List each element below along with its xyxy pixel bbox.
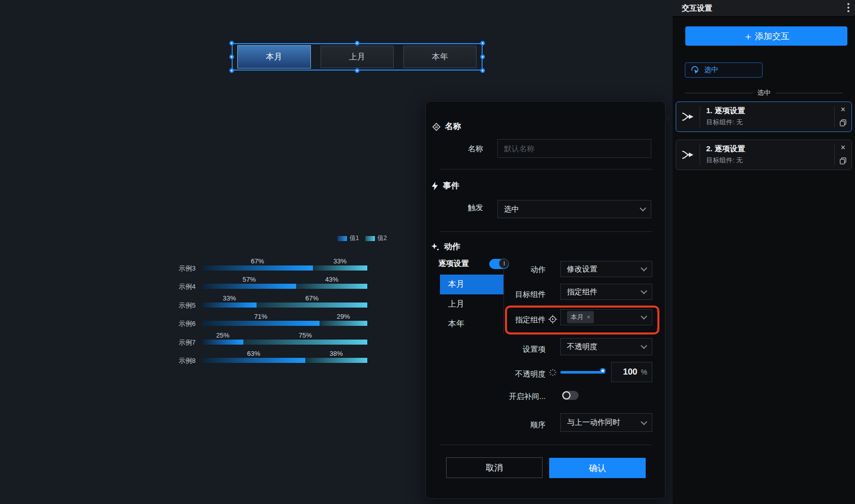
component-tag-label: 本月 [571, 313, 584, 322]
close-icon[interactable]: × [841, 144, 845, 151]
item-subtitle: 目标组件: 无 [706, 118, 834, 127]
item-subtitle: 目标组件: 无 [706, 156, 834, 165]
interaction-sidebar: 交互设置 ＋ 添加交互 选中 选中 [673, 0, 855, 504]
close-icon[interactable]: × [841, 106, 845, 113]
tab-row: 本月上月本年 [237, 43, 477, 71]
chart-row: 示例671%29% [173, 314, 367, 331]
bar-segment-value2 [243, 340, 367, 345]
bar-segment-value2 [296, 284, 367, 289]
setting-dropdown[interactable]: 不透明度 [560, 338, 652, 355]
value-label: 71% [254, 313, 267, 320]
chart-row: 示例533%67% [173, 295, 367, 313]
legend-label: 值2 [377, 234, 387, 243]
event-type-chip[interactable]: 选中 [685, 62, 763, 78]
canvas-tab[interactable]: 上月 [321, 46, 394, 68]
add-interaction-button[interactable]: ＋ 添加交互 [685, 26, 847, 46]
value-label: 67% [305, 294, 319, 302]
resize-handle-se[interactable] [481, 69, 485, 73]
action-section-header: 动作 [431, 242, 460, 252]
cancel-button[interactable]: 取消 [446, 457, 543, 478]
action-item-list: 本月上月本年 [440, 275, 504, 334]
resize-handle-s[interactable] [355, 69, 360, 73]
value-label: 25% [216, 331, 230, 339]
canvas-tab[interactable]: 本月 [237, 45, 311, 69]
order-value: 与上一动作同时 [567, 418, 620, 427]
resize-handle-n[interactable] [355, 41, 360, 46]
setting-value: 不透明度 [567, 342, 597, 352]
value-label: 33% [223, 294, 236, 302]
merge-arrow-icon [681, 149, 694, 160]
name-field-label: 名称 [426, 144, 483, 154]
event-section-title: 事件 [443, 181, 459, 191]
specify-dropdown[interactable]: 本月 × [560, 309, 652, 325]
chart-legend: 值1值2 [337, 234, 387, 243]
order-row-label: 顺序 [470, 420, 546, 430]
bar-segment-value1 [202, 321, 320, 326]
legend-swatch [365, 236, 375, 241]
copy-icon[interactable] [840, 119, 846, 126]
copy-icon[interactable] [840, 157, 846, 164]
opacity-value: 100 [623, 367, 637, 377]
target-dropdown[interactable]: 指定组件 [560, 284, 652, 300]
chevron-down-icon [641, 343, 647, 349]
action-dropdown[interactable]: 修改设置 [560, 261, 652, 277]
value-label: 67% [251, 257, 264, 265]
divider [440, 231, 652, 232]
chart-row: 示例863%38% [173, 351, 367, 368]
interaction-list-item[interactable]: 1. 逐项设置 目标组件: 无 × [676, 102, 852, 132]
chart-row: 示例725%75% [173, 332, 367, 350]
sidebar-title: 交互设置 [682, 4, 712, 13]
category-label: 示例6 [173, 319, 196, 328]
value-label: 43% [325, 276, 338, 283]
add-interaction-label: 添加交互 [755, 30, 789, 42]
name-section-header: 名称 [432, 121, 461, 132]
toggle-knob [562, 391, 571, 399]
kebab-menu-icon[interactable] [845, 3, 852, 14]
component-tag[interactable]: 本月 × [567, 311, 594, 323]
order-dropdown[interactable]: 与上一动作同时 [560, 413, 652, 432]
event-section-header: 事件 [431, 181, 459, 191]
trigger-dropdown[interactable]: 选中 [497, 200, 651, 218]
action-value: 修改设置 [567, 264, 597, 274]
setting-row-label: 设置项 [470, 345, 546, 354]
stacked-bar [202, 265, 367, 271]
chevron-down-icon [641, 265, 647, 272]
trigger-label: 触发 [426, 203, 483, 213]
chevron-down-icon [641, 288, 647, 294]
crosshair-icon[interactable] [548, 315, 557, 324]
tag-remove-icon[interactable]: × [587, 314, 590, 321]
resize-handle-nw[interactable] [230, 41, 234, 46]
canvas-tab[interactable]: 本年 [403, 46, 477, 68]
name-input[interactable] [497, 139, 651, 158]
tween-toggle[interactable] [562, 391, 579, 400]
confirm-button[interactable]: 确认 [549, 458, 646, 478]
resize-handle-sw[interactable] [230, 69, 234, 73]
resize-handle-w[interactable] [230, 55, 234, 59]
trigger-value: 选中 [504, 205, 519, 214]
legend-swatch [337, 236, 347, 241]
category-label: 示例4 [173, 282, 196, 291]
item-title: 2. 逐项设置 [706, 144, 834, 154]
category-label: 示例5 [173, 301, 196, 310]
bar-segment-value1 [202, 358, 305, 363]
bar-segment-value2 [305, 358, 367, 363]
resize-handle-e[interactable] [481, 55, 485, 59]
interaction-list-item[interactable]: 2. 逐项设置 目标组件: 无 × [676, 140, 852, 170]
opacity-value-box[interactable]: 100 % [611, 362, 652, 382]
legend-label: 值1 [350, 234, 359, 243]
value-label: 29% [337, 313, 350, 320]
per-item-label: 逐项设置 [438, 259, 469, 268]
category-label: 示例3 [173, 264, 196, 273]
resize-handle-ne[interactable] [481, 41, 485, 46]
stacked-bar [202, 340, 367, 345]
name-section-title: 名称 [445, 121, 461, 132]
interaction-modal: 名称 名称 事件 触发 选中 动作 逐项设置 本月 [425, 101, 666, 499]
plus-icon: ＋ [743, 31, 753, 41]
tab-group[interactable]: 本月上月本年 [232, 43, 483, 71]
bar-segment-value1 [202, 284, 296, 289]
value-label: 75% [299, 331, 312, 339]
opacity-slider-knob[interactable] [600, 368, 606, 374]
badge-icon [432, 123, 440, 131]
opacity-slider[interactable] [560, 371, 605, 374]
magic-star-icon [431, 243, 439, 251]
